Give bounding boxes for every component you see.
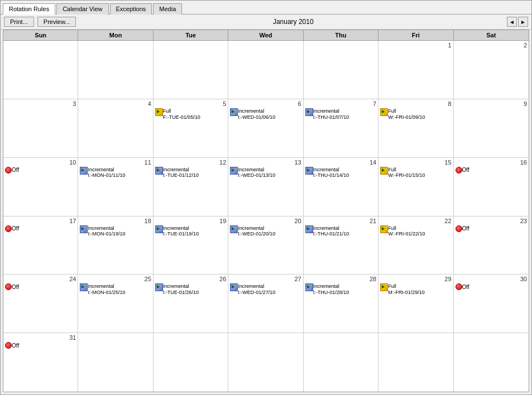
off-icon <box>456 225 462 232</box>
tab-rotation-rules[interactable]: Rotation Rules <box>3 3 55 15</box>
cal-cell: 8FullW:-FRI-01/09/10 <box>378 99 453 157</box>
tab-calendar-view[interactable]: Calendar View <box>56 3 108 15</box>
calendar-event[interactable]: FullW:-FRI-01/09/10 <box>380 108 451 121</box>
calendar-event[interactable]: IncrementalI:-THU-01/28/10 <box>305 283 376 296</box>
tabs-bar: Rotation RulesCalendar ViewExceptionsMed… <box>1 1 531 15</box>
cal-cell: 7IncrementalI:-THU-01/07/10 <box>304 99 378 157</box>
day-number: 21 <box>305 218 376 224</box>
off-icon <box>5 283 12 290</box>
calendar-event[interactable]: IncrementalI:-TUE-01/26/10 <box>155 283 226 296</box>
event-text: IncrementalI:-MON-01/25/10 <box>88 283 125 296</box>
cal-cell: 22FullW:-FRI-01/22/10 <box>378 216 453 274</box>
calendar: SunMonTueWedThuFriSat 12345FullF:-TUE-01… <box>3 30 529 392</box>
calendar-event[interactable]: IncrementalI:-THU-01/14/10 <box>305 167 376 179</box>
day-number: 16 <box>456 159 527 166</box>
day-number: 10 <box>5 159 76 166</box>
day-number: 1 <box>380 42 451 49</box>
nav-buttons: ◄ ► <box>507 17 528 27</box>
cal-header-wed: Wed <box>228 30 303 41</box>
event-text: IncrementalI:-THU-01/21/10 <box>313 225 349 238</box>
prev-month-button[interactable]: ◄ <box>507 17 517 27</box>
incremental-backup-icon <box>230 225 238 233</box>
calendar-event[interactable]: IncrementalI:-WED-01/06/10 <box>230 108 301 121</box>
calendar-event[interactable]: FullW:-FRI-01/22/10 <box>380 225 451 238</box>
cal-cell <box>304 333 378 392</box>
off-indicator: Off <box>456 283 527 290</box>
day-number: 20 <box>230 218 301 224</box>
cal-cell <box>78 333 153 392</box>
event-text: IncrementalI:-THU-01/14/10 <box>313 167 349 179</box>
incremental-backup-icon <box>155 283 163 291</box>
incremental-backup-icon <box>305 283 313 291</box>
incremental-backup-icon <box>305 225 313 233</box>
cal-cell: 5FullF:-TUE-01/05/10 <box>154 99 228 157</box>
incremental-backup-icon <box>155 225 163 233</box>
day-number: 5 <box>155 100 226 107</box>
day-number: 2 <box>456 42 527 49</box>
calendar-event[interactable]: IncrementalI:-TUE-01/19/10 <box>155 225 226 238</box>
incremental-backup-icon <box>155 167 163 175</box>
day-number: 28 <box>305 276 376 282</box>
tab-media[interactable]: Media <box>153 3 182 15</box>
full-backup-icon <box>380 283 388 291</box>
calendar-event[interactable]: IncrementalI:-WED-01/27/10 <box>230 283 301 296</box>
cal-cell <box>304 41 378 99</box>
cal-cell: 27IncrementalI:-WED-01/27/10 <box>228 274 303 333</box>
event-text: IncrementalI:-MON-01/19/10 <box>88 225 125 238</box>
calendar-event[interactable]: IncrementalI:-MON-01/19/10 <box>80 225 151 238</box>
event-text: FullW:-FRI-01/15/10 <box>388 167 425 179</box>
cal-header-fri: Fri <box>378 30 453 41</box>
event-text: FullM:-FRI-01/29/10 <box>388 283 425 296</box>
calendar-event[interactable]: IncrementalI:-MON-01/25/10 <box>80 283 151 296</box>
event-text: IncrementalI:-TUE-01/26/10 <box>163 283 199 296</box>
calendar-event[interactable]: IncrementalI:-THU-01/21/10 <box>305 225 376 238</box>
calendar-event[interactable]: IncrementalI:-THU-01/07/10 <box>305 108 376 121</box>
print-button[interactable]: Print... <box>4 17 34 27</box>
event-text: FullW:-FRI-01/22/10 <box>388 225 425 238</box>
full-backup-icon <box>380 108 388 116</box>
calendar-event[interactable]: FullM:-FRI-01/29/10 <box>380 283 451 296</box>
preview-button[interactable]: Preview... <box>37 17 76 27</box>
day-number: 8 <box>380 100 451 107</box>
off-icon <box>456 283 462 290</box>
event-text: IncrementalI:-TUE-01/12/10 <box>163 167 199 179</box>
incremental-backup-icon <box>230 167 238 175</box>
day-number: 6 <box>230 100 301 107</box>
cal-cell <box>378 333 453 392</box>
day-number: 14 <box>305 159 376 166</box>
event-text: IncrementalI:-THU-01/28/10 <box>313 283 349 296</box>
day-number: 25 <box>80 276 151 282</box>
cal-week-5: 31Off <box>3 333 529 392</box>
incremental-backup-icon <box>80 283 88 291</box>
calendar-event[interactable]: IncrementalI:-WED-01/20/10 <box>230 225 301 238</box>
cal-cell: 20IncrementalI:-WED-01/20/10 <box>228 216 303 274</box>
cal-cell: 9 <box>454 99 529 157</box>
cal-week-4: 24Off25IncrementalI:-MON-01/25/1026Incre… <box>3 274 529 333</box>
cal-cell: 24Off <box>3 274 78 333</box>
cal-cell: 18IncrementalI:-MON-01/19/10 <box>78 216 153 274</box>
off-indicator: Off <box>5 342 76 349</box>
cal-cell <box>454 333 529 392</box>
calendar-event[interactable]: FullF:-TUE-01/05/10 <box>155 108 226 121</box>
tab-exceptions[interactable]: Exceptions <box>110 3 152 15</box>
cal-cell: 11IncrementalI:-MON-01/11/10 <box>78 158 153 216</box>
incremental-backup-icon <box>230 108 238 116</box>
off-label: Off <box>462 167 469 173</box>
off-icon <box>456 167 462 174</box>
month-title: January 2010 <box>79 18 507 26</box>
calendar-event[interactable]: IncrementalI:-WED-01/13/10 <box>230 167 301 179</box>
day-number: 4 <box>80 100 151 107</box>
calendar-event[interactable]: IncrementalI:-MON-01/11/10 <box>80 167 151 179</box>
calendar-event[interactable]: IncrementalI:-TUE-01/12/10 <box>155 167 226 179</box>
off-icon <box>5 167 12 174</box>
cal-week-0: 12 <box>3 41 529 99</box>
cal-header-tue: Tue <box>154 30 228 41</box>
cal-header-mon: Mon <box>78 30 153 41</box>
cal-cell <box>154 333 228 392</box>
calendar-event[interactable]: FullW:-FRI-01/15/10 <box>380 167 451 179</box>
day-number: 19 <box>155 218 226 224</box>
cal-cell: 12IncrementalI:-TUE-01/12/10 <box>154 158 228 216</box>
cal-header-sun: Sun <box>3 30 78 41</box>
event-text: IncrementalI:-WED-01/13/10 <box>238 167 275 179</box>
next-month-button[interactable]: ► <box>518 17 528 27</box>
